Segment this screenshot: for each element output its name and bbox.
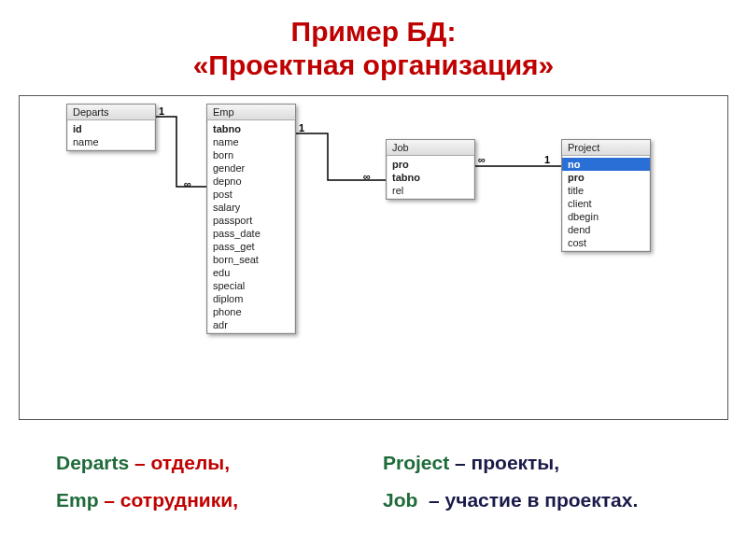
field: title [562, 184, 650, 197]
field: name [207, 135, 295, 148]
field: pro [387, 158, 474, 171]
field: pass_date [207, 227, 295, 240]
table-job[interactable]: Job pro tabno rel [386, 139, 475, 200]
table-departs-header: Departs [67, 105, 155, 120]
field: adr [207, 318, 295, 331]
legend-job: Job – участие в проектах. [383, 482, 710, 519]
table-project[interactable]: Project no pro title client dbegin dend … [561, 139, 651, 252]
rel-departs-one: 1 [159, 105, 164, 117]
field: tabno [207, 122, 295, 135]
table-emp-fields: tabno name born gender depno post salary… [207, 120, 295, 333]
legend-term: Departs [56, 452, 129, 473]
legend: Departs – отделы, Project – проекты, Emp… [0, 420, 747, 519]
rel-job-many-r: ∞ [478, 154, 486, 165]
field: passport [207, 214, 295, 227]
field: dend [562, 223, 650, 236]
title-line-1: Пример БД: [0, 15, 747, 49]
field: depno [207, 175, 295, 188]
field: rel [387, 184, 474, 197]
field: born [207, 148, 295, 161]
field: tabno [387, 171, 474, 184]
field: special [207, 279, 295, 292]
field: salary [207, 201, 295, 214]
rel-emp-one: 1 [299, 122, 304, 133]
legend-project: Project – проекты, [383, 444, 710, 482]
field: name [67, 135, 155, 148]
field-selected: no [562, 158, 650, 171]
field: edu [207, 266, 295, 279]
field: id [67, 122, 155, 135]
legend-departs: Departs – отделы, [56, 444, 383, 482]
legend-term: Job [383, 489, 417, 511]
legend-def: – участие в проектах. [429, 489, 638, 511]
field: phone [207, 305, 295, 318]
table-emp-header: Emp [207, 105, 295, 120]
legend-def: – отделы, [134, 452, 230, 473]
legend-def: – проекты, [455, 452, 559, 473]
table-departs[interactable]: Departs id name [66, 104, 156, 151]
field: pro [562, 171, 650, 184]
field: post [207, 188, 295, 201]
field: born_seat [207, 253, 295, 266]
table-emp[interactable]: Emp tabno name born gender depno post sa… [206, 104, 296, 334]
title-line-2: «Проектная организация» [0, 49, 747, 82]
table-project-fields: no pro title client dbegin dend cost [562, 156, 650, 251]
legend-term: Project [383, 452, 449, 473]
field: gender [207, 161, 295, 175]
er-canvas: 1 ∞ 1 ∞ ∞ 1 Departs id name Emp tabno na… [19, 95, 728, 420]
table-job-fields: pro tabno rel [387, 156, 474, 199]
legend-def: – сотрудники, [104, 489, 238, 511]
slide-title: Пример БД: «Проектная организация» [0, 0, 747, 82]
rel-project-one: 1 [544, 154, 550, 165]
legend-term: Emp [56, 489, 99, 511]
field: diplom [207, 292, 295, 305]
table-project-header: Project [562, 140, 650, 156]
field: pass_get [207, 240, 295, 253]
field: dbegin [562, 210, 650, 223]
field: cost [562, 236, 650, 249]
rel-emp-many: ∞ [184, 178, 191, 189]
legend-emp: Emp – сотрудники, [56, 482, 383, 519]
rel-job-many-l: ∞ [363, 171, 371, 182]
field: client [562, 197, 650, 210]
table-departs-fields: id name [67, 120, 155, 150]
table-job-header: Job [387, 140, 474, 156]
